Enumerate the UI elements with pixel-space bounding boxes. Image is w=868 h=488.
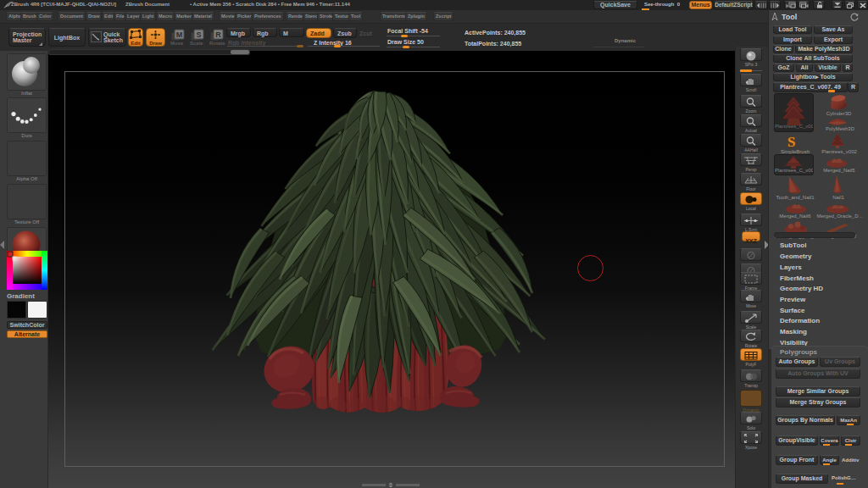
svg-text:S: S (196, 30, 201, 39)
svg-text:XYZ: XYZ (745, 238, 757, 244)
svg-text:M: M (176, 30, 183, 39)
svg-text:R: R (215, 30, 221, 39)
